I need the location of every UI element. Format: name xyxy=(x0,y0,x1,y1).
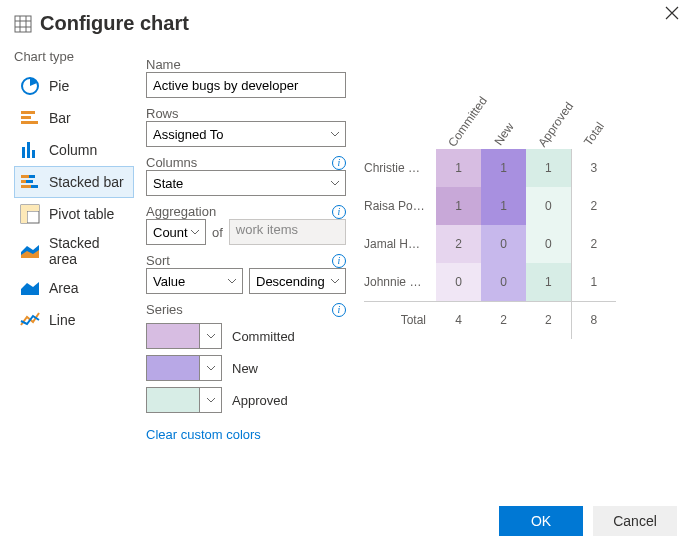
svg-rect-15 xyxy=(26,180,33,183)
svg-rect-12 xyxy=(21,175,29,178)
color-swatch xyxy=(147,388,199,412)
chart-type-label: Area xyxy=(49,280,79,296)
pie-icon xyxy=(19,75,41,97)
color-swatch xyxy=(147,356,199,380)
svg-rect-10 xyxy=(27,142,30,158)
row-total: 3 xyxy=(571,149,616,187)
table-row: Raisa Pokro...1102 xyxy=(364,187,616,225)
rows-label: Rows xyxy=(146,106,179,121)
column-total: 4 xyxy=(436,301,481,339)
grand-total: 8 xyxy=(571,301,616,339)
cancel-button[interactable]: Cancel xyxy=(593,506,677,536)
svg-rect-17 xyxy=(31,185,38,188)
chevron-down-icon xyxy=(199,324,221,348)
chart-type-line[interactable]: Line xyxy=(14,304,134,336)
table-row: Jamal Hartn...2002 xyxy=(364,225,616,263)
sort-info-icon[interactable]: i xyxy=(332,254,346,268)
chart-type-list: Pie Bar Column Stacked bar Pivot table S xyxy=(14,70,134,336)
pivot-cell: 1 xyxy=(526,263,571,301)
svg-rect-11 xyxy=(32,150,35,158)
col-header: Approved xyxy=(526,79,571,149)
pivot-cell: 1 xyxy=(526,149,571,187)
clear-custom-colors-link[interactable]: Clear custom colors xyxy=(146,427,261,442)
svg-rect-13 xyxy=(29,175,35,178)
aggregation-target: work items xyxy=(229,219,346,245)
series-color-new[interactable] xyxy=(146,355,222,381)
col-header: Committed xyxy=(436,79,481,149)
area-icon xyxy=(19,277,41,299)
svg-rect-0 xyxy=(15,16,31,32)
pivot-cell: 1 xyxy=(481,149,526,187)
col-header: New xyxy=(481,79,526,149)
aggregation-of-text: of xyxy=(212,225,223,240)
name-label: Name xyxy=(146,57,181,72)
rows-select[interactable] xyxy=(146,121,346,147)
pivot-cell: 0 xyxy=(436,263,481,301)
chart-type-label: Pie xyxy=(49,78,69,94)
columns-info-icon[interactable]: i xyxy=(332,156,346,170)
svg-rect-14 xyxy=(21,180,26,183)
column-icon xyxy=(19,139,41,161)
sort-direction-select[interactable] xyxy=(249,268,346,294)
svg-rect-16 xyxy=(21,185,31,188)
row-total: 2 xyxy=(571,187,616,225)
columns-select[interactable] xyxy=(146,170,346,196)
svg-rect-8 xyxy=(21,121,38,124)
column-total: 2 xyxy=(481,301,526,339)
row-header: Christie Ch... xyxy=(364,149,436,187)
row-header: Total xyxy=(364,301,436,339)
name-input[interactable] xyxy=(146,72,346,98)
close-icon xyxy=(665,6,679,20)
series-label-text: New xyxy=(232,361,258,376)
chart-type-label: Stacked area xyxy=(49,235,129,267)
ok-button[interactable]: OK xyxy=(499,506,583,536)
chevron-down-icon xyxy=(199,388,221,412)
pivot-table-icon xyxy=(19,203,41,225)
chart-type-pie[interactable]: Pie xyxy=(14,70,134,102)
aggregation-label: Aggregation xyxy=(146,204,216,219)
col-header: Total xyxy=(571,79,616,149)
chart-type-label: Column xyxy=(49,142,97,158)
row-header: Johnnie McL... xyxy=(364,263,436,301)
aggregation-select[interactable] xyxy=(146,219,206,245)
sort-label: Sort xyxy=(146,253,170,268)
pivot-cell: 0 xyxy=(526,225,571,263)
stacked-area-icon xyxy=(19,240,41,262)
chart-type-label: Stacked bar xyxy=(49,174,124,190)
close-button[interactable] xyxy=(665,6,679,24)
pivot-cell: 1 xyxy=(436,187,481,225)
chart-type-heading: Chart type xyxy=(14,49,134,64)
chevron-down-icon xyxy=(199,356,221,380)
svg-rect-7 xyxy=(21,116,31,119)
chart-type-column[interactable]: Column xyxy=(14,134,134,166)
pivot-preview-table: Committed New Approved Total Christie Ch… xyxy=(364,79,616,339)
pivot-cell: 0 xyxy=(481,263,526,301)
svg-rect-6 xyxy=(21,111,35,114)
table-row: Johnnie McL...0011 xyxy=(364,263,616,301)
aggregation-info-icon[interactable]: i xyxy=(332,205,346,219)
row-total: 1 xyxy=(571,263,616,301)
chart-type-pivot-table[interactable]: Pivot table xyxy=(14,198,134,230)
series-color-approved[interactable] xyxy=(146,387,222,413)
line-icon xyxy=(19,309,41,331)
chart-grid-icon xyxy=(14,15,32,33)
bar-icon xyxy=(19,107,41,129)
table-row: Christie Ch...1113 xyxy=(364,149,616,187)
chart-type-stacked-area[interactable]: Stacked area xyxy=(14,230,134,272)
pivot-cell: 1 xyxy=(436,149,481,187)
chart-type-label: Line xyxy=(49,312,75,328)
chart-type-bar[interactable]: Bar xyxy=(14,102,134,134)
pivot-cell: 0 xyxy=(481,225,526,263)
series-info-icon[interactable]: i xyxy=(332,303,346,317)
series-color-committed[interactable] xyxy=(146,323,222,349)
chart-type-area[interactable]: Area xyxy=(14,272,134,304)
series-label-text: Approved xyxy=(232,393,288,408)
pivot-cell: 0 xyxy=(526,187,571,225)
svg-rect-9 xyxy=(22,147,25,158)
sort-field-select[interactable] xyxy=(146,268,243,294)
chart-type-stacked-bar[interactable]: Stacked bar xyxy=(14,166,134,198)
dialog-title: Configure chart xyxy=(40,12,189,35)
stacked-bar-icon xyxy=(19,171,41,193)
pivot-cell: 1 xyxy=(481,187,526,225)
row-header: Raisa Pokro... xyxy=(364,187,436,225)
